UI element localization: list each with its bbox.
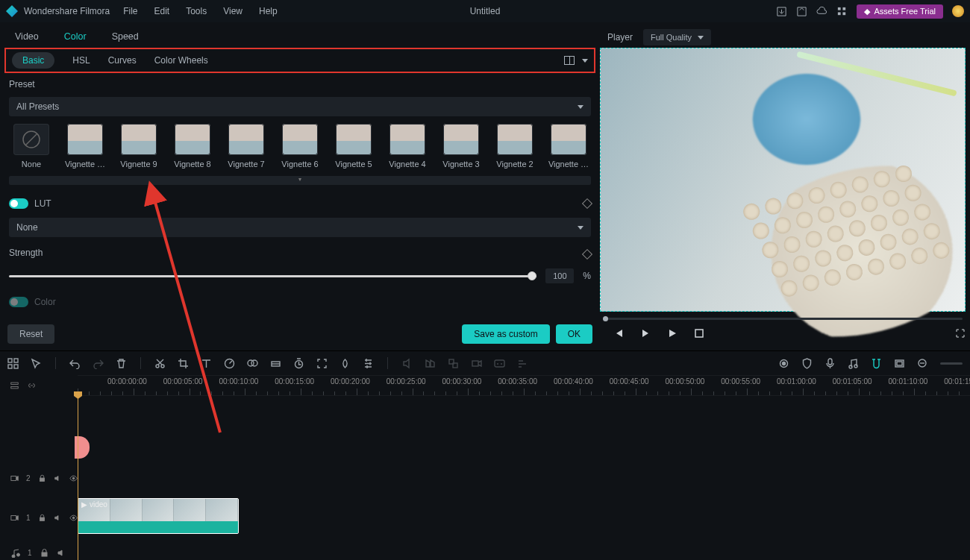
preset-vignette-2[interactable]: Vignette 2 — [492, 124, 537, 169]
slider-thumb[interactable] — [528, 271, 536, 280]
text-icon[interactable] — [201, 358, 212, 369]
timeline-toolbar — [0, 351, 970, 375]
menu-edit[interactable]: Edit — [154, 6, 170, 16]
menu-help[interactable]: Help — [259, 6, 278, 16]
lut-dropdown[interactable]: None — [9, 218, 591, 237]
mute-icon[interactable] — [54, 474, 62, 483]
fullscreen-icon[interactable] — [955, 328, 966, 339]
visibility-icon[interactable] — [69, 513, 78, 523]
player-quality-dropdown[interactable]: Full Quality — [643, 29, 711, 45]
preset-expand-handle[interactable] — [9, 176, 591, 185]
preset-vignette-9[interactable]: Vignette 9 — [116, 124, 161, 169]
focus-icon[interactable] — [316, 358, 328, 369]
preset-vignette-7[interactable]: Vignette 7 — [224, 124, 269, 169]
crop-icon[interactable] — [178, 358, 189, 369]
strength-value[interactable]: 100 — [545, 268, 574, 283]
tab-video[interactable]: Video — [15, 31, 39, 42]
preset-vignette-3[interactable]: Vignette 3 — [439, 124, 484, 169]
preset-vignette[interactable]: Vignette … — [63, 124, 107, 169]
video-preview[interactable] — [600, 48, 966, 312]
preset-vignette-4[interactable]: Vignette 4 — [385, 124, 430, 169]
strength-reset-icon[interactable] — [582, 249, 592, 259]
subtab-curves[interactable]: Curves — [108, 55, 137, 66]
tab-speed[interactable]: Speed — [112, 31, 139, 42]
menu-tools[interactable]: Tools — [186, 6, 207, 16]
mute-icon[interactable] — [57, 548, 66, 558]
mute-icon[interactable] — [54, 513, 62, 523]
adjust-icon[interactable] — [363, 358, 374, 369]
duration-icon[interactable] — [293, 358, 304, 369]
zoom-slider[interactable] — [940, 362, 963, 365]
delete-icon[interactable] — [116, 358, 127, 369]
shield-icon[interactable] — [801, 358, 813, 369]
speed-icon[interactable] — [224, 358, 235, 369]
subtab-menu-chevron-icon[interactable] — [582, 59, 588, 63]
player-scrubber[interactable] — [603, 318, 963, 320]
snap-icon[interactable] — [871, 358, 882, 369]
caption-tool-icon[interactable] — [494, 358, 505, 369]
subtab-color-wheels[interactable]: Color Wheels — [154, 55, 208, 66]
audio-fade-handle[interactable] — [75, 436, 90, 459]
music-icon[interactable] — [848, 358, 859, 369]
assets-free-trial-button[interactable]: ◆ Assets Free Trial — [857, 4, 943, 19]
compare-view-icon[interactable] — [564, 56, 575, 65]
lut-reset-icon[interactable] — [582, 198, 592, 209]
stop-icon[interactable] — [694, 328, 704, 339]
play-start-icon[interactable] — [640, 328, 651, 339]
visibility-icon[interactable] — [69, 474, 78, 483]
record-icon[interactable] — [778, 358, 789, 369]
audio-tool-1-icon[interactable] — [401, 358, 413, 369]
preset-vignette-5[interactable]: Vignette 5 — [331, 124, 376, 169]
subtab-hsl[interactable]: HSL — [72, 55, 90, 66]
play-icon[interactable] — [667, 328, 678, 339]
keyframe-icon[interactable] — [270, 358, 281, 369]
mask-icon[interactable] — [340, 358, 351, 369]
subtab-basic[interactable]: Basic — [12, 52, 54, 69]
prev-frame-icon[interactable] — [613, 328, 624, 339]
preset-dropdown[interactable]: All Presets — [9, 97, 591, 116]
save-as-custom-button[interactable]: Save as custom — [462, 324, 549, 344]
strength-slider[interactable] — [9, 275, 536, 277]
lut-toggle[interactable] — [9, 198, 28, 209]
grid-tool-icon[interactable] — [7, 358, 19, 369]
cloud-icon[interactable] — [816, 6, 827, 17]
pointer-tool-icon[interactable] — [31, 358, 42, 369]
preset-vignette-8[interactable]: Vignette 8 — [170, 124, 215, 169]
preset-vignette-6[interactable]: Vignette 6 — [278, 124, 322, 169]
zoom-out-icon[interactable] — [917, 358, 928, 369]
group-tool-icon[interactable] — [448, 358, 459, 369]
redo-icon[interactable] — [93, 358, 104, 369]
render-tool-icon[interactable] — [471, 358, 482, 369]
user-avatar-icon[interactable] — [952, 5, 964, 17]
video-clip[interactable]: ▶video — [78, 498, 239, 534]
lut-dropdown-value: None — [16, 222, 38, 233]
menu-view[interactable]: View — [223, 6, 242, 16]
preset-none[interactable]: None — [9, 124, 54, 169]
marker-view-icon[interactable] — [894, 358, 905, 369]
preset-label: Vignette 9 — [120, 160, 157, 169]
color-match-icon[interactable] — [247, 358, 258, 369]
undo-icon[interactable] — [69, 358, 81, 369]
link-tracks-icon[interactable] — [28, 380, 36, 391]
timeline-ruler[interactable]: 00:00:00:0000:00:05:0000:00:10:0000:00:1… — [78, 375, 970, 396]
track-tool-icon[interactable] — [517, 358, 528, 369]
lock-icon[interactable] — [38, 474, 46, 483]
export-icon[interactable] — [796, 6, 807, 17]
menu-file[interactable]: File — [123, 6, 137, 16]
playhead[interactable] — [78, 396, 78, 560]
track-number: 1 — [28, 549, 32, 557]
lock-icon[interactable] — [38, 513, 46, 523]
download-icon[interactable] — [776, 6, 787, 17]
mic-icon[interactable] — [824, 358, 836, 369]
audio-tool-2-icon[interactable] — [425, 358, 436, 369]
grid-icon[interactable] — [836, 6, 848, 17]
color-toggle[interactable] — [9, 297, 28, 307]
cut-icon[interactable] — [154, 358, 166, 369]
collapse-tracks-icon[interactable] — [10, 380, 19, 391]
tab-color[interactable]: Color — [64, 31, 87, 42]
lock-icon[interactable] — [40, 548, 49, 558]
reset-button[interactable]: Reset — [7, 324, 54, 344]
preset-vignette-1[interactable]: Vignette … — [546, 124, 591, 169]
ok-button[interactable]: OK — [556, 324, 592, 344]
scrubber-handle[interactable] — [603, 316, 608, 321]
